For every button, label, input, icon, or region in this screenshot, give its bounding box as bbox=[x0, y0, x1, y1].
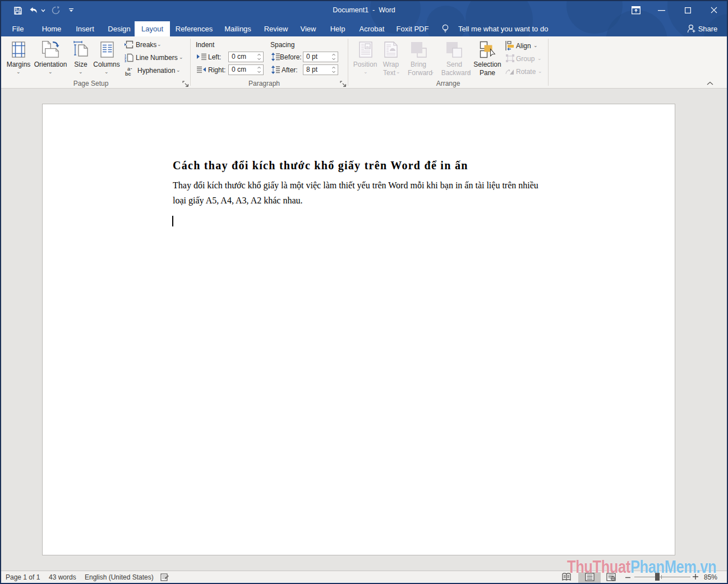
svg-text:bc: bc bbox=[125, 71, 131, 76]
svg-text:3: 3 bbox=[125, 59, 126, 63]
